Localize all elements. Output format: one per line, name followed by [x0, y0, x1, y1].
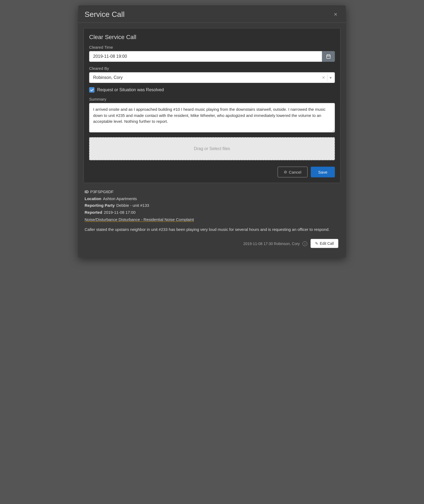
description-value: Caller stated the upstairs neighbor in u…: [85, 226, 339, 233]
svg-rect-0: [327, 55, 330, 59]
cleared-time-label: Cleared Time: [89, 45, 335, 49]
cleared-by-input[interactable]: [89, 72, 335, 83]
save-button[interactable]: Save: [311, 167, 335, 177]
reported-label: Reported: [85, 209, 102, 216]
category-value: Noise/Disturbance Disturbance - Resident…: [85, 216, 339, 223]
id-label: ID: [85, 188, 89, 195]
cleared-by-wrapper: × ▾: [89, 72, 335, 83]
info-icon[interactable]: i: [302, 241, 307, 246]
select-clear-button[interactable]: ×: [321, 74, 326, 81]
form-actions: ⊘ Cancel Save: [89, 166, 335, 177]
info-footer: 2019-11-08 17:30 Robinson, Cory i ✎ Edit…: [85, 238, 339, 250]
checkbox-row: Request or Situation was Resolved: [89, 87, 335, 93]
summary-label: Summary: [89, 97, 335, 101]
close-button[interactable]: ×: [332, 10, 339, 18]
calendar-button[interactable]: [322, 51, 335, 62]
edit-label: Edit Call: [320, 241, 334, 246]
id-row: ID P3FSPG6DF: [85, 188, 339, 195]
reporting-party-value: Debbie - unit #133: [116, 202, 149, 209]
select-dropdown-button[interactable]: ▾: [328, 75, 333, 81]
calendar-icon: [326, 54, 331, 59]
modal-header: Service Call ×: [78, 5, 346, 23]
select-divider: [327, 74, 327, 81]
checkbox-label: Request or Situation was Resolved: [97, 87, 164, 92]
select-controls: × ▾: [321, 72, 335, 83]
reported-value: 2019-11-08 17:00: [104, 209, 135, 216]
location-row: Location Ashton Apartments: [85, 195, 339, 202]
cancel-label: Cancel: [289, 170, 301, 174]
edit-call-button[interactable]: ✎ Edit Call: [311, 239, 338, 248]
edit-icon: ✎: [315, 241, 318, 246]
checkmark-icon: [90, 88, 94, 92]
footer-timestamp: 2019-11-08 17:30 Robinson, Cory i: [242, 239, 308, 249]
form-section-title: Clear Service Call: [89, 34, 335, 41]
id-value: P3FSPG6DF: [90, 188, 114, 195]
modal-body: Clear Service Call Cleared Time Cleared …: [78, 23, 346, 258]
summary-textarea[interactable]: I arrived onsite and as I approached bui…: [89, 103, 335, 132]
form-card: Clear Service Call Cleared Time Cleared …: [84, 28, 340, 183]
location-value: Ashton Apartments: [103, 195, 137, 202]
resolved-checkbox[interactable]: [89, 87, 94, 93]
modal-title: Service Call: [85, 10, 124, 19]
cleared-time-row: [89, 51, 335, 62]
cancel-icon: ⊘: [284, 170, 287, 174]
cleared-by-label: Cleared By: [89, 66, 335, 71]
reported-row: Reported 2019-11-08 17:00: [85, 209, 339, 216]
reporting-party-row: Reporting Party Debbie - unit #133: [85, 202, 339, 209]
cleared-time-input[interactable]: [89, 51, 322, 62]
service-call-modal: Service Call × Clear Service Call Cleare…: [78, 5, 346, 258]
dropzone-label: Drag or Select files: [194, 146, 230, 151]
timestamp-text: 2019-11-08 17:30 Robinson, Cory: [243, 241, 300, 247]
reporting-party-label: Reporting Party: [85, 202, 115, 209]
cancel-button[interactable]: ⊘ Cancel: [278, 167, 308, 177]
info-section: ID P3FSPG6DF Location Ashton Apartments …: [84, 188, 340, 252]
location-label: Location: [85, 195, 101, 202]
file-dropzone[interactable]: Drag or Select files: [89, 137, 335, 160]
